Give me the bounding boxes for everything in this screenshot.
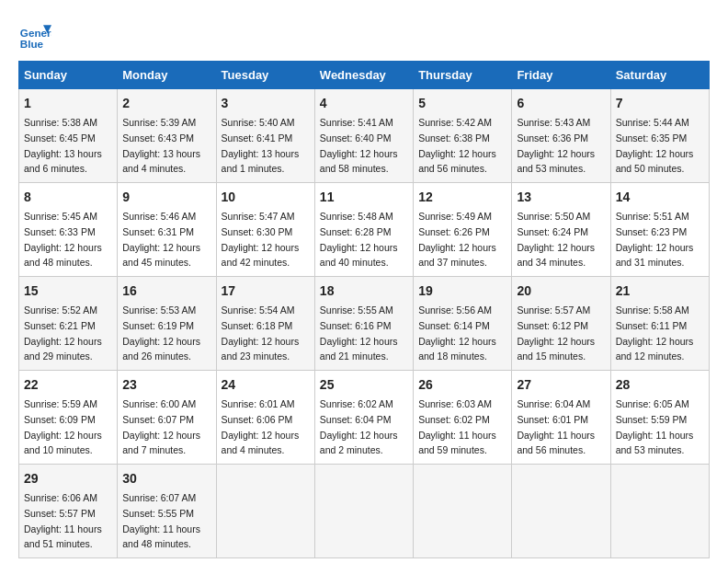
- day-info: Sunrise: 6:07 AMSunset: 5:55 PMDaylight:…: [122, 492, 200, 549]
- calendar-cell: 13 Sunrise: 5:50 AMSunset: 6:24 PMDaylig…: [512, 183, 610, 277]
- calendar-cell: 5 Sunrise: 5:42 AMSunset: 6:38 PMDayligh…: [414, 89, 512, 183]
- day-info: Sunrise: 5:45 AMSunset: 6:33 PMDaylight:…: [24, 211, 102, 268]
- day-info: Sunrise: 5:59 AMSunset: 6:09 PMDaylight:…: [24, 398, 102, 455]
- day-number: 19: [418, 282, 506, 301]
- calendar-day-header: Saturday: [610, 62, 709, 89]
- day-number: 13: [517, 188, 605, 207]
- calendar-cell: 25 Sunrise: 6:02 AMSunset: 6:04 PMDaylig…: [314, 371, 413, 465]
- calendar-week-row: 15 Sunrise: 5:52 AMSunset: 6:21 PMDaylig…: [19, 277, 710, 371]
- calendar-day-header: Wednesday: [314, 62, 413, 89]
- logo: General Blue: [18, 18, 57, 52]
- calendar-cell: 23 Sunrise: 6:00 AMSunset: 6:07 PMDaylig…: [118, 371, 216, 465]
- calendar-table: SundayMondayTuesdayWednesdayThursdayFrid…: [18, 61, 710, 558]
- day-info: Sunrise: 6:05 AMSunset: 5:59 PMDaylight:…: [616, 398, 694, 455]
- day-info: Sunrise: 5:51 AMSunset: 6:23 PMDaylight:…: [616, 211, 694, 268]
- calendar-week-row: 29 Sunrise: 6:06 AMSunset: 5:57 PMDaylig…: [19, 465, 710, 558]
- day-info: Sunrise: 5:41 AMSunset: 6:40 PMDaylight:…: [320, 117, 398, 174]
- page-header: General Blue: [18, 18, 710, 52]
- calendar-cell: [314, 465, 413, 558]
- calendar-cell: [414, 465, 512, 558]
- day-info: Sunrise: 5:53 AMSunset: 6:19 PMDaylight:…: [122, 304, 200, 362]
- calendar-day-header: Tuesday: [216, 62, 314, 89]
- calendar-cell: 26 Sunrise: 6:03 AMSunset: 6:02 PMDaylig…: [414, 371, 512, 465]
- day-number: 1: [24, 94, 112, 113]
- day-number: 14: [616, 188, 704, 207]
- calendar-day-header: Sunday: [19, 62, 118, 89]
- day-number: 2: [122, 94, 210, 113]
- calendar-week-row: 1 Sunrise: 5:38 AMSunset: 6:45 PMDayligh…: [19, 89, 710, 183]
- day-info: Sunrise: 5:49 AMSunset: 6:26 PMDaylight:…: [418, 211, 496, 268]
- day-number: 21: [616, 282, 704, 301]
- day-number: 30: [122, 469, 210, 488]
- day-number: 26: [418, 375, 506, 395]
- day-info: Sunrise: 6:01 AMSunset: 6:06 PMDaylight:…: [222, 398, 300, 455]
- calendar-week-row: 22 Sunrise: 5:59 AMSunset: 6:09 PMDaylig…: [19, 371, 710, 465]
- day-info: Sunrise: 5:38 AMSunset: 6:45 PMDaylight:…: [24, 117, 102, 174]
- calendar-cell: [610, 465, 709, 558]
- calendar-cell: 2 Sunrise: 5:39 AMSunset: 6:43 PMDayligh…: [118, 89, 216, 183]
- calendar-cell: 4 Sunrise: 5:41 AMSunset: 6:40 PMDayligh…: [314, 89, 413, 183]
- day-number: 4: [320, 94, 408, 113]
- day-info: Sunrise: 5:46 AMSunset: 6:31 PMDaylight:…: [122, 211, 200, 268]
- day-info: Sunrise: 6:03 AMSunset: 6:02 PMDaylight:…: [418, 398, 496, 455]
- calendar-cell: 29 Sunrise: 6:06 AMSunset: 5:57 PMDaylig…: [19, 465, 118, 558]
- day-number: 10: [222, 188, 310, 207]
- calendar-cell: 14 Sunrise: 5:51 AMSunset: 6:23 PMDaylig…: [610, 183, 709, 277]
- day-number: 5: [418, 94, 506, 113]
- day-number: 17: [222, 282, 310, 301]
- calendar-cell: 11 Sunrise: 5:48 AMSunset: 6:28 PMDaylig…: [314, 183, 413, 277]
- day-number: 16: [122, 282, 210, 301]
- day-number: 22: [24, 375, 112, 395]
- day-info: Sunrise: 6:00 AMSunset: 6:07 PMDaylight:…: [122, 398, 200, 455]
- calendar-cell: 7 Sunrise: 5:44 AMSunset: 6:35 PMDayligh…: [610, 89, 709, 183]
- day-info: Sunrise: 5:54 AMSunset: 6:18 PMDaylight:…: [222, 304, 300, 362]
- day-number: 12: [418, 188, 506, 207]
- calendar-cell: 1 Sunrise: 5:38 AMSunset: 6:45 PMDayligh…: [19, 89, 118, 183]
- day-info: Sunrise: 5:44 AMSunset: 6:35 PMDaylight:…: [616, 117, 694, 174]
- svg-text:Blue: Blue: [20, 38, 44, 50]
- day-info: Sunrise: 5:57 AMSunset: 6:12 PMDaylight:…: [517, 304, 595, 362]
- day-number: 23: [122, 375, 210, 395]
- day-info: Sunrise: 5:50 AMSunset: 6:24 PMDaylight:…: [517, 211, 595, 268]
- calendar-cell: 17 Sunrise: 5:54 AMSunset: 6:18 PMDaylig…: [216, 277, 314, 371]
- day-info: Sunrise: 6:02 AMSunset: 6:04 PMDaylight:…: [320, 398, 398, 455]
- day-number: 24: [222, 375, 310, 395]
- day-number: 9: [122, 188, 210, 207]
- calendar-cell: 8 Sunrise: 5:45 AMSunset: 6:33 PMDayligh…: [19, 183, 118, 277]
- calendar-cell: 10 Sunrise: 5:47 AMSunset: 6:30 PMDaylig…: [216, 183, 314, 277]
- day-number: 3: [222, 94, 310, 113]
- calendar-day-header: Monday: [118, 62, 216, 89]
- day-info: Sunrise: 5:48 AMSunset: 6:28 PMDaylight:…: [320, 211, 398, 268]
- day-info: Sunrise: 5:42 AMSunset: 6:38 PMDaylight:…: [418, 117, 496, 174]
- day-info: Sunrise: 6:04 AMSunset: 6:01 PMDaylight:…: [517, 398, 595, 455]
- day-info: Sunrise: 5:40 AMSunset: 6:41 PMDaylight:…: [222, 117, 300, 174]
- calendar-cell: 20 Sunrise: 5:57 AMSunset: 6:12 PMDaylig…: [512, 277, 610, 371]
- day-number: 20: [517, 282, 605, 301]
- calendar-cell: 19 Sunrise: 5:56 AMSunset: 6:14 PMDaylig…: [414, 277, 512, 371]
- day-number: 28: [616, 375, 704, 395]
- calendar-cell: 16 Sunrise: 5:53 AMSunset: 6:19 PMDaylig…: [118, 277, 216, 371]
- day-number: 18: [320, 282, 408, 301]
- day-number: 6: [517, 94, 605, 113]
- calendar-cell: 22 Sunrise: 5:59 AMSunset: 6:09 PMDaylig…: [19, 371, 118, 465]
- day-number: 27: [517, 375, 605, 395]
- calendar-cell: 24 Sunrise: 6:01 AMSunset: 6:06 PMDaylig…: [216, 371, 314, 465]
- calendar-header-row: SundayMondayTuesdayWednesdayThursdayFrid…: [19, 62, 710, 89]
- day-number: 15: [24, 282, 112, 301]
- logo-icon: General Blue: [18, 18, 51, 52]
- day-number: 29: [24, 469, 112, 488]
- calendar-day-header: Thursday: [414, 62, 512, 89]
- day-info: Sunrise: 5:58 AMSunset: 6:11 PMDaylight:…: [616, 304, 694, 362]
- calendar-cell: 18 Sunrise: 5:55 AMSunset: 6:16 PMDaylig…: [314, 277, 413, 371]
- calendar-week-row: 8 Sunrise: 5:45 AMSunset: 6:33 PMDayligh…: [19, 183, 710, 277]
- calendar-cell: 12 Sunrise: 5:49 AMSunset: 6:26 PMDaylig…: [414, 183, 512, 277]
- day-info: Sunrise: 5:52 AMSunset: 6:21 PMDaylight:…: [24, 304, 102, 362]
- day-info: Sunrise: 6:06 AMSunset: 5:57 PMDaylight:…: [24, 492, 102, 549]
- calendar-cell: 27 Sunrise: 6:04 AMSunset: 6:01 PMDaylig…: [512, 371, 610, 465]
- calendar-cell: 21 Sunrise: 5:58 AMSunset: 6:11 PMDaylig…: [610, 277, 709, 371]
- day-number: 8: [24, 188, 112, 207]
- calendar-cell: 9 Sunrise: 5:46 AMSunset: 6:31 PMDayligh…: [118, 183, 216, 277]
- calendar-cell: 15 Sunrise: 5:52 AMSunset: 6:21 PMDaylig…: [19, 277, 118, 371]
- calendar-cell: 30 Sunrise: 6:07 AMSunset: 5:55 PMDaylig…: [118, 465, 216, 558]
- day-info: Sunrise: 5:56 AMSunset: 6:14 PMDaylight:…: [418, 304, 496, 362]
